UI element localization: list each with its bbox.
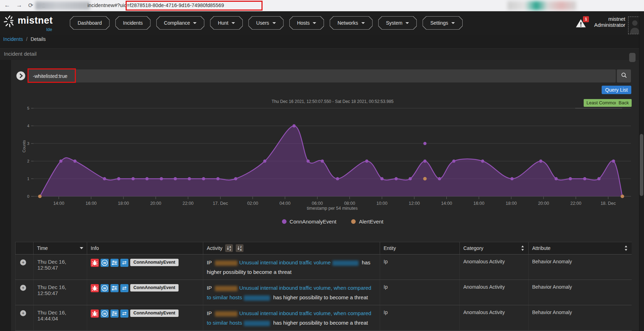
data-point: [409, 177, 412, 180]
column-header-time[interactable]: Time: [33, 242, 87, 254]
nav-item-label: Incidents: [116, 17, 150, 29]
data-point: [293, 124, 296, 128]
expand-row-button[interactable]: +: [20, 285, 26, 291]
data-point: [452, 160, 456, 163]
nav-item-label: Hunt: [210, 17, 242, 29]
data-point: [321, 160, 324, 163]
blurred-address-segment: [35, 1, 90, 10]
brand-name: mistnet: [18, 15, 53, 26]
activity-text: has higher possibility to become a threa…: [272, 294, 368, 300]
bug-icon[interactable]: [91, 309, 99, 318]
query-input[interactable]: [28, 69, 616, 82]
breadcrumb-current: Details: [31, 36, 46, 42]
activity-text: IP: [207, 310, 213, 316]
expand-row-button[interactable]: +: [20, 310, 26, 316]
svg-text:Counts: Counts: [22, 140, 26, 152]
user-menu[interactable]: mistnet Administrator: [562, 16, 625, 28]
data-point: [380, 177, 384, 180]
sliders-icon[interactable]: [110, 259, 119, 267]
page-scrollbar-thumb[interactable]: [640, 134, 643, 196]
anomaly-description-link[interactable]: Unusual internal inbound traffic volume: [239, 259, 331, 265]
query-expand-button[interactable]: [16, 71, 26, 81]
sort-asc-icon[interactable]: AZ: [225, 244, 233, 252]
query-list-button[interactable]: Query List: [602, 86, 631, 94]
browser-forward-icon[interactable]: →: [16, 2, 22, 9]
redacted-value: [332, 260, 359, 266]
bug-icon[interactable]: [91, 259, 99, 267]
legend-dot-icon: [282, 219, 287, 224]
svg-text:Z: Z: [230, 249, 231, 251]
nav-item-settings[interactable]: Settings: [422, 16, 463, 30]
w-icon[interactable]: W: [101, 284, 109, 292]
repeat-icon[interactable]: [120, 309, 128, 318]
search-button[interactable]: [617, 69, 631, 82]
table-row: +Thu Dec 16, 14:44:04WConnAnomalyEventIP…: [15, 305, 632, 331]
column-header-category[interactable]: Category: [459, 242, 528, 254]
browser-chrome: ← → ⟳ incidentnew#?uid=f2878518-80de-471…: [0, 0, 644, 11]
timeline-chart[interactable]: 012345Counts14:0016:0018:0020:0022:0017.…: [0, 95, 644, 222]
data-point: [202, 177, 205, 180]
nav-item-networks[interactable]: Networks: [330, 16, 372, 30]
nav-item-hunt[interactable]: Hunt: [210, 16, 243, 30]
sort-updown-icon[interactable]: [624, 244, 628, 252]
data-point-AlertEvent: [621, 195, 624, 198]
sort-updown-icon[interactable]: [520, 244, 525, 252]
nav-item-incidents[interactable]: Incidents: [115, 16, 151, 30]
column-header-label: Activity: [207, 245, 222, 251]
column-header-label: Category: [463, 245, 483, 251]
panel-scrollbar-thumb[interactable]: [629, 53, 636, 62]
browser-reload-icon[interactable]: ⟳: [28, 2, 33, 9]
svg-text:W: W: [103, 287, 106, 290]
chevron-down-icon: [272, 22, 276, 24]
column-header-activity[interactable]: ActivityAZZA: [203, 242, 380, 254]
legend-label: ConnAnomalyEvent: [290, 219, 337, 225]
cell-attribute: Behavior Anomaly: [528, 305, 632, 330]
legend-item-AlertEvent[interactable]: AlertEvent: [351, 219, 383, 225]
nav-item-users[interactable]: Users: [248, 16, 284, 30]
table-row: +Thu Dec 16, 12:50:47WConnAnomalyEventIP…: [15, 280, 632, 305]
data-point: [160, 177, 163, 180]
w-icon[interactable]: W: [101, 259, 109, 267]
browser-back-icon[interactable]: ←: [4, 2, 10, 9]
column-header-expand: [15, 242, 33, 254]
repeat-icon[interactable]: [120, 284, 128, 292]
mistnet-logo-icon: [4, 15, 16, 27]
legend-item-ConnAnomalyEvent[interactable]: ConnAnomalyEvent: [282, 219, 337, 225]
cell-time: Thu Dec 16, 12:50:47: [33, 255, 87, 280]
chevron-down-icon: [313, 22, 316, 24]
data-point: [510, 177, 513, 180]
redacted-value: [244, 321, 270, 326]
sort-caret-icon[interactable]: [80, 247, 83, 249]
redacted-value: [244, 295, 270, 301]
nav-item-hosts[interactable]: Hosts: [289, 16, 324, 30]
page-title: Incident detail: [4, 51, 37, 57]
data-point: [554, 177, 558, 180]
svg-text:04:00: 04:00: [279, 201, 290, 206]
svg-text:3: 3: [27, 141, 29, 146]
repeat-icon[interactable]: [120, 259, 128, 267]
nav-item-dashboard[interactable]: Dashboard: [70, 16, 110, 30]
column-header-label: Attribute: [532, 245, 550, 251]
breadcrumb-incidents-link[interactable]: Incidents: [3, 36, 23, 42]
bug-icon[interactable]: [91, 284, 99, 292]
sliders-icon[interactable]: [110, 284, 119, 292]
column-header-attribute[interactable]: Attribute: [528, 242, 632, 254]
svg-text:20:00: 20:00: [538, 201, 549, 206]
screen: ← → ⟳ incidentnew#?uid=f2878518-80de-471…: [0, 0, 644, 331]
sort-desc-icon[interactable]: ZA: [236, 244, 243, 252]
expand-row-button[interactable]: +: [20, 259, 26, 265]
chevron-down-icon: [405, 22, 409, 24]
nav-item-system[interactable]: System: [378, 16, 417, 30]
address-url[interactable]: incidentnew#?uid=f2878518-80de-4716-9d16…: [88, 2, 224, 8]
chevron-down-icon: [193, 22, 197, 24]
sliders-icon[interactable]: [110, 309, 119, 318]
data-point-AlertEvent: [423, 177, 427, 180]
svg-text:W: W: [103, 312, 106, 315]
nav-item-compliance[interactable]: Compliance: [156, 16, 205, 30]
svg-text:Z: Z: [240, 246, 242, 248]
svg-text:16:00: 16:00: [86, 201, 97, 206]
cell-info: WConnAnomalyEvent: [87, 305, 203, 330]
legend-label: AlertEvent: [359, 219, 383, 225]
nav-menu: DashboardIncidentsComplianceHuntUsersHos…: [70, 16, 463, 30]
w-icon[interactable]: W: [101, 309, 109, 318]
